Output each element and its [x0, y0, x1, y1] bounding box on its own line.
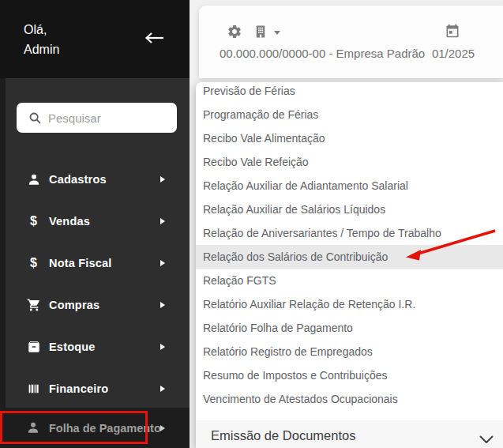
- chevron-right-icon: [160, 176, 165, 183]
- menu-item[interactable]: Relatório Registro de Empregados: [196, 340, 503, 363]
- search-input[interactable]: [48, 111, 167, 125]
- sidebar-item-estoque[interactable]: Estoque: [6, 326, 190, 367]
- menu-item-highlighted[interactable]: Relação dos Salários de Contribuição: [196, 245, 503, 269]
- sidebar-item-compras[interactable]: Compras: [6, 284, 190, 326]
- chevron-down-icon: [479, 433, 494, 447]
- bars-icon: [26, 381, 41, 396]
- greeting-line2: Admin: [24, 40, 59, 59]
- menu-item[interactable]: Relação Auxiliar de Salários Líquidos: [196, 198, 503, 221]
- cart-icon: [26, 297, 41, 312]
- period-label: 01/2025: [431, 47, 475, 60]
- menu-item[interactable]: Relação Auxiliar de Adiantamento Salaria…: [196, 174, 503, 198]
- chevron-right-icon: [160, 218, 165, 224]
- emissao-de-documentos-section-header[interactable]: Emissão de Documentos: [196, 420, 503, 448]
- reports-menu-panel: Previsão de Férias Programação de Férias…: [196, 82, 503, 448]
- dollar-icon: $: [26, 255, 41, 270]
- chevron-right-icon: [160, 344, 165, 350]
- menu-item[interactable]: Relatório Folha de Pagamento: [196, 316, 503, 340]
- topbar: 00.000.000/0000-00 - Empresa Padrão 01/2…: [199, 6, 503, 78]
- chevron-right-icon: [160, 260, 165, 266]
- section-header-label: Emissão de Documentos: [211, 428, 355, 443]
- search-icon: [28, 111, 41, 124]
- gear-icon[interactable]: [227, 24, 242, 40]
- menu-item[interactable]: Recibo Vale Refeição: [196, 150, 503, 174]
- company-selector[interactable]: [253, 24, 280, 40]
- sidebar-item-label: Vendas: [49, 215, 90, 228]
- search-box[interactable]: [17, 103, 177, 133]
- menu-item[interactable]: Relatório Auxiliar Relação de Retenção I…: [196, 292, 503, 316]
- menu-item[interactable]: Programação de Férias: [196, 103, 503, 126]
- sidebar-item-label: Compras: [49, 299, 99, 311]
- chevron-right-icon: [160, 425, 165, 431]
- sidebar-item-nota-fiscal[interactable]: $ Nota Fiscal: [6, 242, 190, 284]
- user-greeting: Olá, Admin: [24, 20, 59, 59]
- menu-item[interactable]: Recibo Vale Alimentação: [196, 126, 503, 150]
- sidebar-item-vendas[interactable]: $ Vendas: [6, 200, 190, 242]
- sidebar-item-financeiro[interactable]: Financeiro: [6, 367, 190, 409]
- sidebar-panel: Cadastros $ Vendas $ Nota Fiscal Compras: [6, 78, 190, 408]
- sidebar-bottom: Folha de Pagamento: [0, 408, 190, 448]
- menu-item[interactable]: Previsão de Férias: [196, 82, 503, 103]
- menu-item[interactable]: Resumo de Impostos e Contribuições: [196, 363, 503, 387]
- sidebar-item-label: Estoque: [49, 341, 96, 353]
- sidebar-item-folha-de-pagamento[interactable]: Folha de Pagamento: [0, 408, 190, 448]
- menu-item[interactable]: Relação FGTS: [196, 269, 503, 292]
- greeting-line1: Olá,: [24, 20, 59, 40]
- sidebar-nav: Cadastros $ Vendas $ Nota Fiscal Compras: [6, 158, 190, 409]
- company-label: 00.000.000/0000-00 - Empresa Padrão: [220, 47, 425, 60]
- sidebar-item-label: Financeiro: [49, 382, 108, 395]
- calendar-icon[interactable]: [445, 23, 460, 39]
- sidebar: Olá, Admin Cadastros: [0, 0, 190, 448]
- sidebar-item-cadastros[interactable]: Cadastros: [6, 158, 190, 200]
- sidebar-header: Olá, Admin: [0, 0, 190, 78]
- building-icon: [253, 24, 268, 40]
- collapse-sidebar-arrow-icon[interactable]: [143, 31, 165, 45]
- reports-menu-list: Previsão de Férias Programação de Férias…: [196, 82, 503, 411]
- archive-icon: [26, 339, 41, 354]
- sidebar-item-label: Cadastros: [49, 173, 107, 186]
- chevron-right-icon: [160, 302, 165, 308]
- menu-item[interactable]: Vencimento de Atestados Ocupacionais: [196, 387, 503, 411]
- chevron-right-icon: [160, 386, 165, 392]
- sidebar-item-label: Folha de Pagamento: [49, 422, 161, 435]
- dollar-icon: $: [26, 213, 41, 228]
- person-icon: [26, 171, 41, 186]
- caret-down-icon: [274, 31, 280, 35]
- sidebar-item-label: Nota Fiscal: [49, 257, 112, 269]
- menu-item[interactable]: Relação de Aniversariantes / Tempo de Tr…: [196, 221, 503, 245]
- person-icon: [26, 420, 41, 435]
